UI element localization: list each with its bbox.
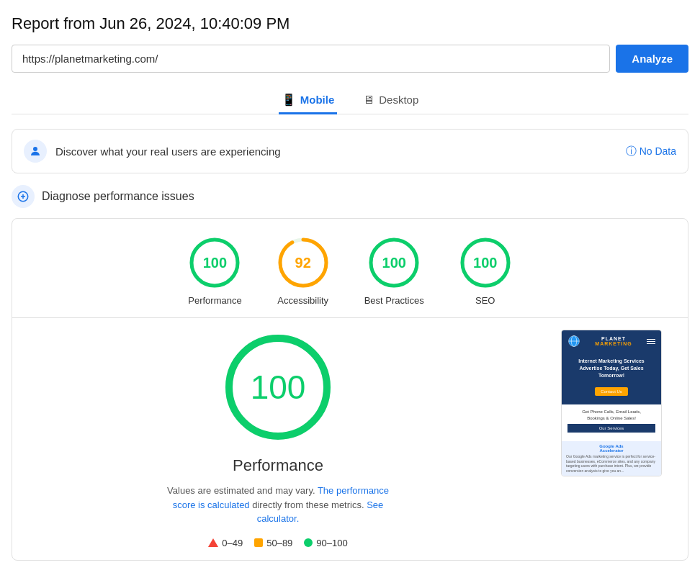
preview-section-1: Get Phone Calls, Email Leads,Bookings & … bbox=[562, 404, 661, 440]
desktop-icon: 🖥 bbox=[363, 94, 374, 107]
tab-mobile-label: Mobile bbox=[300, 94, 335, 106]
legend-item-red: 0–49 bbox=[208, 538, 243, 548]
legend-range-green: 90–100 bbox=[316, 538, 347, 548]
preview-globe-icon bbox=[567, 335, 580, 348]
preview-cta-button: Contact Us bbox=[595, 387, 628, 396]
score-item-accessibility: 92 Accessibility bbox=[277, 236, 330, 306]
info-icon: ⓘ bbox=[626, 145, 637, 158]
preview-card: Google AdsAccelerator Our Google Ads mar… bbox=[562, 441, 661, 476]
divider bbox=[12, 317, 688, 318]
real-users-text: Discover what your real users are experi… bbox=[55, 145, 281, 158]
legend-item-green: 90–100 bbox=[304, 538, 347, 548]
score-label-2: Best Practices bbox=[364, 295, 424, 306]
preview-card-text: Our Google Ads marketing service is perf… bbox=[566, 454, 657, 473]
scores-row: 100 Performance 92 Accessibility 100 Bes… bbox=[12, 236, 688, 306]
legend-item-orange: 50–89 bbox=[254, 538, 292, 548]
score-circle-1: 92 bbox=[277, 236, 330, 289]
preview-headline: Internet Marketing ServicesAdvertise Tod… bbox=[567, 358, 655, 379]
big-score-label: Performance bbox=[233, 456, 323, 475]
score-circle-0: 100 bbox=[188, 236, 241, 289]
score-item-seo: 100 SEO bbox=[459, 236, 512, 306]
green-dot-icon bbox=[304, 538, 313, 547]
preview-services-button: Our Services bbox=[567, 424, 655, 433]
score-item-performance: 100 Performance bbox=[188, 236, 241, 306]
legend-range-orange: 50–89 bbox=[266, 538, 292, 548]
preview-card-title: Google AdsAccelerator bbox=[566, 444, 657, 453]
analyze-button[interactable]: Analyze bbox=[616, 45, 688, 73]
tabs-row: 📱 Mobile 🖥 Desktop bbox=[12, 87, 688, 114]
url-input[interactable] bbox=[12, 45, 610, 73]
no-data-link[interactable]: ⓘ No Data bbox=[626, 145, 676, 158]
score-circle-2: 100 bbox=[367, 236, 421, 289]
website-preview-container: PLANET MARKETING Internet Marketing Serv… bbox=[561, 330, 676, 548]
legend-row: 0–49 50–89 90–100 bbox=[208, 538, 347, 548]
score-value-3: 100 bbox=[473, 255, 497, 271]
score-item-best-practices: 100 Best Practices bbox=[364, 236, 424, 306]
tab-mobile[interactable]: 📱 Mobile bbox=[279, 87, 338, 114]
real-users-section: Discover what your real users are experi… bbox=[12, 129, 688, 173]
diagnose-icon bbox=[12, 185, 35, 208]
score-label-3: SEO bbox=[475, 295, 495, 306]
detail-section: 100 Performance Values are estimated and… bbox=[12, 330, 688, 548]
score-value-0: 100 bbox=[203, 255, 227, 271]
preview-header: PLANET MARKETING bbox=[562, 330, 661, 352]
website-preview: PLANET MARKETING Internet Marketing Serv… bbox=[561, 330, 662, 476]
values-note-static: Values are estimated and may vary. bbox=[167, 485, 315, 496]
score-label-0: Performance bbox=[188, 295, 241, 306]
preview-hamburger-icon bbox=[647, 339, 655, 344]
score-circle-3: 100 bbox=[459, 236, 512, 289]
big-score-value: 100 bbox=[251, 368, 306, 407]
tab-desktop[interactable]: 🖥 Desktop bbox=[360, 87, 421, 114]
scores-card: 100 Performance 92 Accessibility 100 Bes… bbox=[12, 218, 688, 561]
preview-hero: Internet Marketing ServicesAdvertise Tod… bbox=[562, 352, 661, 404]
big-score-circle: 100 bbox=[220, 330, 336, 445]
diagnose-text: Diagnose performance issues bbox=[42, 190, 194, 203]
values-note-rest: directly from these metrics. bbox=[252, 499, 364, 510]
score-label-1: Accessibility bbox=[277, 295, 328, 306]
user-experience-icon bbox=[24, 140, 47, 163]
legend-range-red: 0–49 bbox=[222, 538, 243, 548]
no-data-label: No Data bbox=[640, 145, 676, 157]
detail-left: 100 Performance Values are estimated and… bbox=[24, 330, 532, 548]
score-value-2: 100 bbox=[382, 255, 406, 271]
score-value-1: 92 bbox=[295, 255, 311, 271]
report-title: Report from Jun 26, 2024, 10:40:09 PM bbox=[12, 14, 688, 33]
mobile-icon: 📱 bbox=[282, 93, 296, 107]
values-note: Values are estimated and may vary. The p… bbox=[156, 484, 400, 526]
preview-logo-marketing: MARKETING bbox=[595, 341, 632, 346]
tab-desktop-label: Desktop bbox=[379, 94, 418, 106]
preview-logo-planet: PLANET bbox=[601, 336, 626, 341]
red-triangle-icon bbox=[208, 538, 218, 547]
real-users-left: Discover what your real users are experi… bbox=[24, 140, 281, 163]
diagnose-section: Diagnose performance issues bbox=[12, 185, 688, 208]
url-bar-row: Analyze bbox=[12, 45, 688, 73]
svg-point-0 bbox=[33, 147, 37, 151]
preview-section-1-text: Get Phone Calls, Email Leads,Bookings & … bbox=[567, 409, 655, 421]
orange-square-icon bbox=[254, 538, 263, 547]
